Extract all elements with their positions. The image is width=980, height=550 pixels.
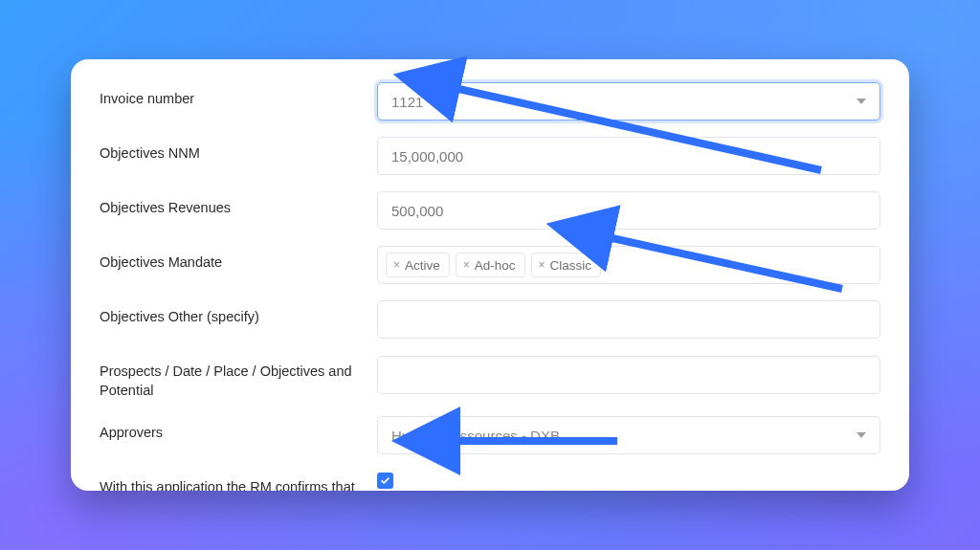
label-approvers: Approvers xyxy=(100,416,377,443)
objectives-nnm-input[interactable] xyxy=(377,137,880,175)
row-confirm: With this application the RM confirms th… xyxy=(100,471,880,491)
tag-ad-hoc[interactable]: ×Ad-hoc xyxy=(456,253,525,277)
invoice-number-value: 1121 xyxy=(391,94,423,110)
tag-active[interactable]: ×Active xyxy=(386,253,450,277)
row-approvers: Approvers Human Ressources - DXB xyxy=(100,416,880,454)
approvers-value: Human Ressources - DXB xyxy=(391,428,560,444)
objectives-other-input[interactable] xyxy=(377,300,880,339)
close-icon[interactable]: × xyxy=(539,258,546,272)
label-prospects: Prospects / Date / Place / Objectives an… xyxy=(100,355,377,400)
objectives-mandate-tags[interactable]: ×Active ×Ad-hoc ×Classic xyxy=(377,246,880,284)
label-objectives-other: Objectives Other (specify) xyxy=(100,300,377,327)
page-background: Invoice number 1121 Objectives NNM Objec… xyxy=(0,0,980,550)
chevron-down-icon xyxy=(857,432,866,438)
check-icon xyxy=(380,475,390,486)
objectives-revenues-input[interactable] xyxy=(377,191,880,230)
label-invoice-number: Invoice number xyxy=(100,82,377,109)
close-icon[interactable]: × xyxy=(463,258,470,272)
row-objectives-mandate: Objectives Mandate ×Active ×Ad-hoc ×Clas… xyxy=(100,246,880,284)
label-objectives-revenues: Objectives Revenues xyxy=(100,191,377,218)
prospects-input[interactable] xyxy=(377,356,880,394)
close-icon[interactable]: × xyxy=(393,258,400,272)
form-card: Invoice number 1121 Objectives NNM Objec… xyxy=(71,59,909,491)
row-prospects: Prospects / Date / Place / Objectives an… xyxy=(100,355,880,400)
approvers-select[interactable]: Human Ressources - DXB xyxy=(377,416,880,454)
label-confirm: With this application the RM confirms th… xyxy=(100,471,377,491)
label-objectives-mandate: Objectives Mandate xyxy=(100,246,377,273)
invoice-number-select[interactable]: 1121 xyxy=(377,82,880,121)
row-objectives-revenues: Objectives Revenues xyxy=(100,191,880,230)
row-invoice-number: Invoice number 1121 xyxy=(100,82,880,121)
tag-classic[interactable]: ×Classic xyxy=(531,253,602,277)
label-objectives-nnm: Objectives NNM xyxy=(100,137,377,164)
row-objectives-nnm: Objectives NNM xyxy=(100,137,880,175)
row-objectives-other: Objectives Other (specify) xyxy=(100,300,880,339)
chevron-down-icon xyxy=(857,99,866,104)
confirm-checkbox[interactable] xyxy=(377,473,393,489)
